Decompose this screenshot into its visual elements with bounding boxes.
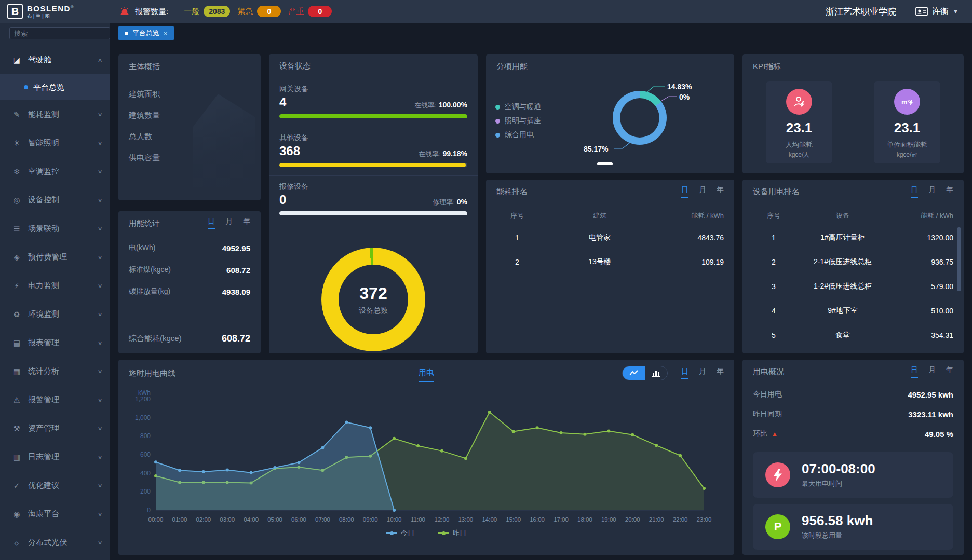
period-tab-month[interactable]: 月: [928, 365, 936, 378]
period-tab-month[interactable]: 月: [699, 185, 706, 198]
sidebar-subitem[interactable]: 平台总览: [0, 74, 110, 100]
legend-item-今日[interactable]: 今日: [386, 528, 414, 538]
chevron-down-icon: ∨: [97, 454, 102, 460]
table-header-row: 序号设备能耗 / kWh: [753, 207, 953, 225]
period-tab-year[interactable]: 年: [717, 367, 724, 379]
bar-chart-toggle[interactable]: [645, 366, 667, 380]
period-tab-month[interactable]: 月: [225, 217, 233, 229]
table-row[interactable]: 5食堂354.31: [753, 323, 953, 347]
alarm-summary: 报警数量: 一般2083紧急0严重0: [119, 6, 332, 17]
alarm-count-badge[interactable]: 0: [257, 6, 281, 17]
sidebar-item-11[interactable]: ⚠报警管理∨: [0, 386, 110, 414]
pv-icon: ☼: [11, 538, 22, 547]
alarm-count-badge[interactable]: 2083: [204, 6, 230, 17]
table-row[interactable]: 31-2#低压进线总柜579.00: [753, 274, 953, 298]
sidebar-item-label: 场景联动: [28, 224, 98, 234]
tab-platform-overview[interactable]: 平台总览 ×: [118, 26, 174, 40]
dashboard: 主体概括 建筑面积 建筑数量 总人数 供电容量 用能统计 日 月 年 电(kWh…: [110, 44, 972, 560]
table-row[interactable]: 11#高压计量柜1320.00: [753, 225, 953, 250]
stat-label: 标准煤(kgce): [129, 265, 171, 275]
period-tab-year[interactable]: 年: [946, 185, 953, 198]
device-status-section-0: 网关设备4在线率:100.00%: [269, 78, 478, 127]
table-cell: 4: [753, 307, 794, 315]
line-chart-svg: kWh02004006008001,0001,20000:0001:0002:0…: [129, 387, 724, 526]
alarm-count-badge[interactable]: 0: [308, 6, 332, 17]
sidebar-item-0[interactable]: ◪驾驶舱∧: [0, 46, 110, 74]
tab-close-icon[interactable]: ×: [164, 30, 168, 37]
table-cell: 1320.00: [891, 234, 953, 242]
energy-stats-card: 用能统计 日 月 年 电(kWh)4952.95 标准煤(kgce)608.72…: [118, 211, 261, 353]
device-status-card: 设备状态 网关设备4在线率:100.00%其他设备368在线率:99.18%报修…: [269, 54, 478, 353]
search-input[interactable]: [9, 27, 110, 39]
sidebar-item-13[interactable]: ▥日志管理∨: [0, 443, 110, 471]
sidebar-item-16[interactable]: ☼分布式光伏∨: [0, 528, 110, 557]
table-row[interactable]: 49#地下室510.00: [753, 298, 953, 323]
sidebar-item-8[interactable]: ♻环境监测∨: [0, 300, 110, 329]
period-tab-month[interactable]: 月: [928, 185, 936, 198]
card-title: 设备状态: [279, 61, 310, 71]
chevron-up-icon: ∧: [97, 57, 102, 63]
chart-legend: 今日昨日: [118, 528, 734, 538]
dashboard-icon: ◪: [11, 56, 22, 65]
sidebar-item-1[interactable]: ✎能耗监测∨: [0, 100, 110, 129]
siren-icon: [119, 7, 130, 16]
sidebar-item-5[interactable]: ☰场景联动∨: [0, 214, 110, 243]
sidebar-item-14[interactable]: ✓优化建议∨: [0, 471, 110, 500]
carousel-indicator[interactable]: [597, 162, 613, 165]
card-title: 主体概括: [129, 62, 160, 72]
table-row[interactable]: 1电管家4843.76: [496, 225, 724, 250]
sidebar-item-9[interactable]: ▤报表管理∨: [0, 329, 110, 357]
up-arrow-icon: ▲: [772, 430, 778, 438]
total-value: 608.72: [222, 333, 250, 344]
rate-value: 0%: [457, 198, 467, 206]
device-rank-table: 序号设备能耗 / kWh11#高压计量柜1320.0022-1#低压进线总柜93…: [743, 203, 964, 347]
svg-text:19:00: 19:00: [601, 516, 616, 523]
period-tab-day[interactable]: 日: [911, 185, 918, 198]
tab-strip: 平台总览 ×: [110, 23, 972, 44]
device-count: 368: [279, 144, 300, 159]
tab-electricity[interactable]: 用电: [419, 368, 434, 382]
device-count: 0: [279, 193, 286, 208]
person-energy-icon: [786, 89, 812, 115]
scrollbar-thumb[interactable]: [957, 227, 961, 291]
alarm-group-0: 一般2083: [184, 6, 230, 17]
period-tab-day[interactable]: 日: [681, 185, 688, 198]
sidebar-item-10[interactable]: ▦统计分析∨: [0, 357, 110, 386]
period-tab-day[interactable]: 日: [681, 367, 688, 379]
chevron-down-icon: ∨: [97, 140, 102, 146]
device-total-label: 设备总数: [359, 306, 388, 316]
legend-item-昨日[interactable]: 昨日: [438, 528, 466, 538]
sidebar-item-3[interactable]: ❄空调监控∨: [0, 157, 110, 186]
sidebar-item-label: 空调监控: [28, 167, 98, 176]
sidebar-item-label: 报警管理: [28, 395, 98, 405]
svg-text:09:00: 09:00: [363, 516, 378, 523]
progress-track: [279, 114, 467, 118]
period-tab-day[interactable]: 日: [208, 217, 215, 229]
table-cell: 5: [753, 331, 794, 339]
sidebar-item-12[interactable]: ⚒资产管理∨: [0, 414, 110, 443]
period-tab-year[interactable]: 年: [243, 217, 250, 229]
sidebar-item-4[interactable]: ◎设备控制∨: [0, 186, 110, 214]
hvac-monitor-icon: ❄: [11, 167, 22, 176]
sidebar-item-label: 资产管理: [28, 424, 98, 433]
sidebar-item-6[interactable]: ◈预付费管理∨: [0, 243, 110, 271]
sidebar-item-15[interactable]: ◉海康平台∨: [0, 500, 110, 528]
period-tab-month[interactable]: 月: [699, 367, 706, 379]
svg-text:200: 200: [140, 488, 151, 495]
power-overview-rows: 今日用电4952.95 kwh 昨日同期3323.11 kwh 环比▲ 49.0…: [743, 384, 964, 445]
user-menu[interactable]: 许衡 ▼: [915, 6, 959, 17]
table-row[interactable]: 22-1#低压进线总柜936.75: [753, 250, 953, 274]
device-status-section-2: 报修设备0修理率:0%: [269, 176, 478, 225]
period-tab-day[interactable]: 日: [911, 365, 918, 378]
period-tab-year[interactable]: 年: [717, 185, 724, 198]
rate-label: 在线率:: [419, 150, 441, 158]
sidebar-item-label: 智能照明: [28, 138, 98, 148]
sidebar-menu: ◪驾驶舱∧平台总览✎能耗监测∨☀智能照明∨❄空调监控∨◎设备控制∨☰场景联动∨◈…: [0, 44, 110, 557]
period-tab-year[interactable]: 年: [946, 365, 953, 378]
table-row[interactable]: 213号楼109.19: [496, 250, 724, 274]
line-chart-toggle[interactable]: [623, 366, 645, 380]
sidebar-item-2[interactable]: ☀智能照明∨: [0, 129, 110, 157]
sidebar-item-7[interactable]: ⚡电力监测∨: [0, 271, 110, 300]
alarm-count-label: 报警数量:: [135, 7, 168, 17]
row-value: 4952.95 kwh: [908, 390, 953, 399]
